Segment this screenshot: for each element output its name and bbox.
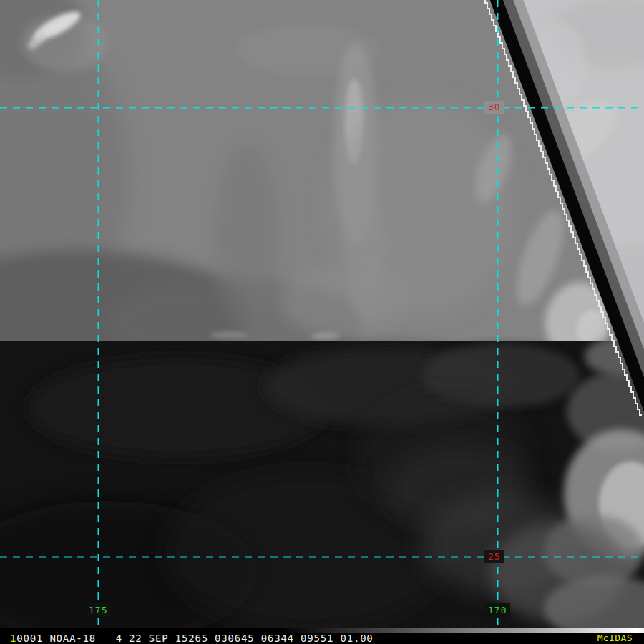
frame-info-text: 10001 NOAA-18 4 22 SEP 15265 030645 0634…	[10, 633, 374, 643]
longitude-label-175: 175	[89, 605, 107, 616]
longitude-label-170: 170	[488, 605, 507, 616]
mcidas-brand-label: McIDAS	[597, 633, 633, 643]
image-info: 0001 NOAA-18 4 22 SEP 15265 030645 06344…	[16, 633, 373, 644]
latitude-label-30: 30	[488, 102, 501, 113]
satellite-image-canvas[interactable]	[0, 0, 644, 628]
latitude-label-25: 25	[488, 551, 501, 562]
mcidas-window: 30 25 175 170 10001 NOAA-18 4 22 SEP 152…	[0, 0, 644, 644]
frame-number: 1	[10, 633, 16, 644]
status-bar: 10001 NOAA-18 4 22 SEP 15265 030645 0634…	[0, 628, 644, 644]
